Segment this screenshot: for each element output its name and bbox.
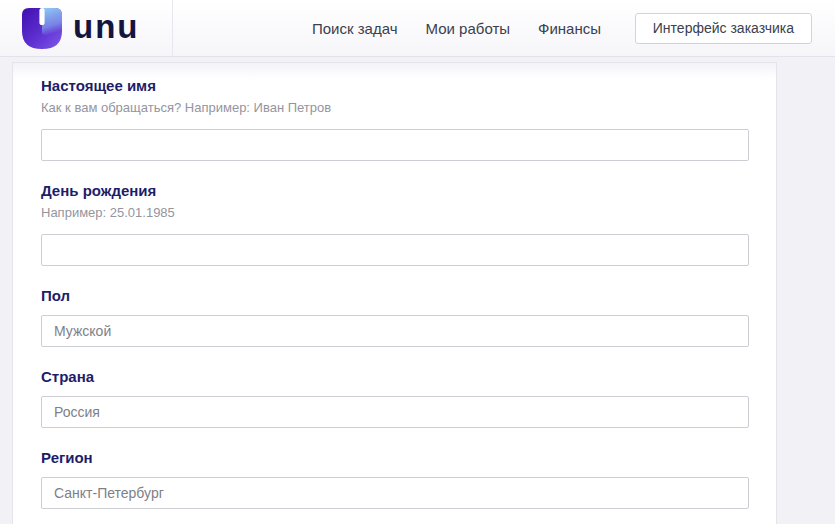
country-label: Страна	[41, 369, 749, 385]
birthday-field-group: День рождения Например: 25.01.1985	[41, 183, 749, 266]
nav-item-my-works[interactable]: Мои работы	[426, 20, 511, 37]
birthday-input[interactable]	[41, 234, 749, 266]
birthday-hint: Например: 25.01.1985	[41, 206, 749, 220]
country-select[interactable]	[41, 396, 749, 428]
region-label: Регион	[41, 450, 749, 466]
unu-logo-icon	[22, 8, 62, 49]
gender-field-group: Пол	[41, 288, 749, 347]
top-header: unu Поиск задач Мои работы Финансы Интер…	[0, 0, 835, 57]
region-select[interactable]	[41, 477, 749, 509]
real-name-hint: Как к вам обращаться? Например: Иван Пет…	[41, 101, 749, 115]
customer-interface-button[interactable]: Интерфейс заказчика	[635, 13, 812, 44]
real-name-field-group: Настоящее имя Как к вам обращаться? Напр…	[41, 78, 749, 161]
gender-label: Пол	[41, 288, 749, 304]
unu-logo[interactable]: unu	[0, 8, 172, 49]
brand-name: unu	[73, 10, 139, 47]
nav-item-task-search[interactable]: Поиск задач	[312, 20, 398, 37]
gender-select[interactable]	[41, 315, 749, 347]
real-name-label: Настоящее имя	[41, 78, 749, 94]
header-divider	[172, 0, 173, 56]
profile-form-card: Настоящее имя Как к вам обращаться? Напр…	[12, 62, 777, 524]
birthday-label: День рождения	[41, 183, 749, 199]
region-field-group: Регион	[41, 450, 749, 509]
nav-item-finance[interactable]: Финансы	[538, 20, 601, 37]
real-name-input[interactable]	[41, 129, 749, 161]
country-field-group: Страна	[41, 369, 749, 428]
main-nav: Поиск задач Мои работы Финансы	[312, 20, 601, 37]
